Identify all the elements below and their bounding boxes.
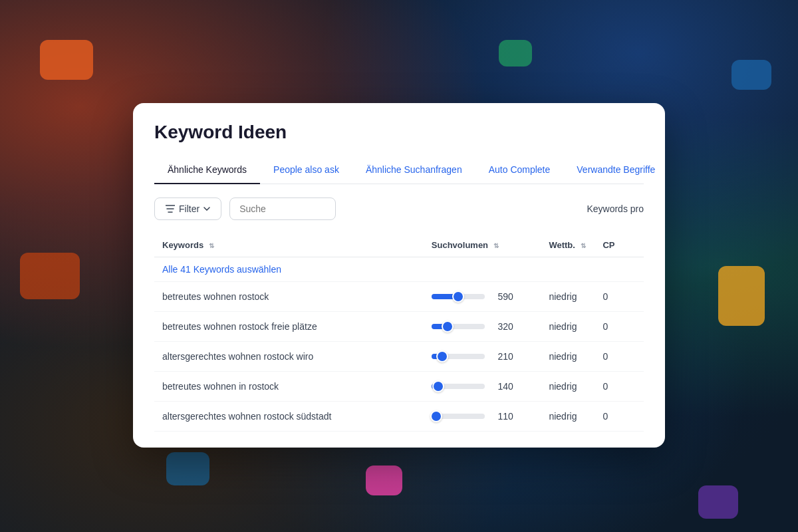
table-row: altersgerechtes wohnen rostock südstadt … [154, 402, 644, 432]
volume-bar [432, 384, 485, 389]
wettb-cell: niedrig [541, 312, 595, 342]
volume-bar-container: 320 [432, 321, 533, 332]
table-header: Keywords ⇅ Suchvolumen ⇅ Wettb. ⇅ CP [154, 233, 644, 257]
volume-bar-fill [432, 414, 439, 419]
volume-bar-container: 590 [432, 291, 533, 302]
volume-bar-container: 140 [432, 381, 533, 392]
volume-cell: 320 [424, 312, 541, 342]
toolbar: Filter Keywords pro [133, 184, 665, 233]
wettb-cell: niedrig [541, 342, 595, 372]
tab-3[interactable]: Auto Complete [475, 156, 564, 184]
keywords-table: Keywords ⇅ Suchvolumen ⇅ Wettb. ⇅ CP [154, 233, 644, 432]
table-row: betreutes wohnen in rostock 140 niedrig0 [154, 372, 644, 402]
keyword-cell: altersgerechtes wohnen rostock südstadt [154, 402, 424, 432]
volume-bar [432, 294, 485, 299]
keywords-pro-label: Keywords pro [587, 203, 644, 214]
tab-4[interactable]: Verwandte Begriffe [563, 156, 665, 184]
volume-bar-container: 210 [432, 351, 533, 362]
cpv-cell: 0 [595, 282, 644, 312]
table-row: betreutes wohnen rostock 590 niedrig0 [154, 282, 644, 312]
wettb-cell: niedrig [541, 402, 595, 432]
cpv-cell: 0 [595, 402, 644, 432]
sort-icon-suchvolumen[interactable]: ⇅ [493, 242, 499, 249]
col-header-wettb: Wettb. ⇅ [541, 233, 595, 257]
background-blob [166, 452, 209, 485]
volume-cell: 140 [424, 372, 541, 402]
volume-number: 590 [490, 291, 513, 302]
table-body: Alle 41 Keywords auswählen betreutes woh… [154, 257, 644, 432]
keyword-cell: altersgerechtes wohnen rostock wiro [154, 342, 424, 372]
background-blob [732, 60, 771, 90]
cpv-cell: 0 [595, 312, 644, 342]
volume-number: 320 [490, 321, 513, 332]
volume-number: 140 [490, 381, 513, 392]
select-all-link[interactable]: Alle 41 Keywords auswählen [162, 264, 281, 275]
volume-bar-fill [432, 294, 461, 299]
tab-1[interactable]: People also ask [260, 156, 352, 184]
volume-number: 210 [490, 351, 513, 362]
keyword-cell: betreutes wohnen rostock freie plätze [154, 312, 424, 342]
volume-bar [432, 324, 485, 329]
cpv-cell: 0 [595, 342, 644, 372]
modal-title: Keyword Ideen [154, 122, 644, 143]
volume-bar-fill [432, 354, 445, 359]
tab-0[interactable]: Ähnliche Keywords [154, 156, 260, 184]
filter-button[interactable]: Filter [154, 198, 221, 220]
background-blob [40, 40, 93, 80]
col-header-keywords: Keywords ⇅ [154, 233, 424, 257]
tabs-container: Ähnliche KeywordsPeople also askÄhnliche… [154, 156, 644, 184]
background-blob [20, 253, 80, 299]
volume-cell: 110 [424, 402, 541, 432]
background-blob [499, 40, 532, 66]
table-container: Keywords ⇅ Suchvolumen ⇅ Wettb. ⇅ CP [133, 233, 665, 448]
col-header-suchvolumen: Suchvolumen ⇅ [424, 233, 541, 257]
table-row: altersgerechtes wohnen rostock wiro 210 … [154, 342, 644, 372]
volume-bar-fill [432, 384, 441, 389]
search-input[interactable] [229, 198, 336, 220]
table-row: betreutes wohnen rostock freie plätze 32… [154, 312, 644, 342]
filter-label: Filter [179, 203, 200, 214]
cpv-cell: 0 [595, 372, 644, 402]
volume-bar-fill [432, 324, 450, 329]
volume-cell: 590 [424, 282, 541, 312]
toolbar-left: Filter [154, 198, 336, 220]
background-blob [718, 266, 765, 326]
volume-bar [432, 414, 485, 419]
keyword-cell: betreutes wohnen in rostock [154, 372, 424, 402]
chevron-down-icon [203, 207, 210, 211]
volume-cell: 210 [424, 342, 541, 372]
sort-icon-keywords[interactable]: ⇅ [209, 242, 214, 249]
wettb-cell: niedrig [541, 282, 595, 312]
background-blob [698, 485, 738, 519]
sort-icon-wettb[interactable]: ⇅ [581, 242, 586, 249]
col-header-cpv: CP [595, 233, 644, 257]
wettb-cell: niedrig [541, 372, 595, 402]
background-blob [366, 466, 402, 495]
tab-2[interactable]: Ähnliche Suchanfragen [352, 156, 475, 184]
filter-icon [166, 205, 175, 213]
volume-bar [432, 354, 485, 359]
keyword-ideen-modal: Keyword Ideen Ähnliche KeywordsPeople al… [133, 103, 665, 448]
select-all-row: Alle 41 Keywords auswählen [154, 257, 644, 282]
volume-bar-container: 110 [432, 411, 533, 422]
modal-header: Keyword Ideen Ähnliche KeywordsPeople al… [133, 103, 665, 184]
volume-number: 110 [490, 411, 513, 422]
keyword-cell: betreutes wohnen rostock [154, 282, 424, 312]
